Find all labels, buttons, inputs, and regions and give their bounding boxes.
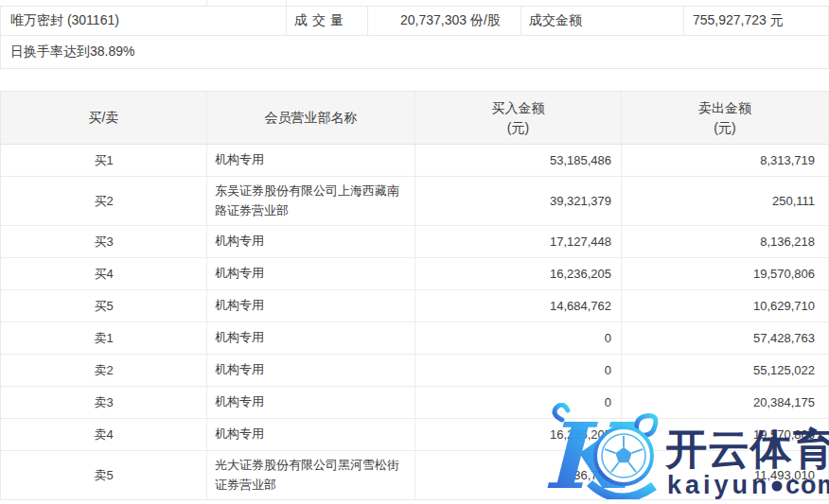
buy-amount-cell: 17,127,448: [415, 226, 622, 257]
table-row: 买4 机构专用 16,236,205 19,570,806: [1, 258, 828, 290]
stock-lhb-page: 唯万密封 (301161) 成交量 20,737,303 份/股 成交金额 75…: [0, 0, 829, 504]
side-cell: 买4: [1, 258, 207, 289]
table-row: 买1 机构专用 53,185,486 8,313,719: [1, 145, 828, 177]
branch-cell: 机构专用: [207, 145, 415, 176]
sell-amount-cell: 55,125,022: [622, 355, 828, 386]
side-cell: 卖1: [1, 322, 207, 354]
turnover-amount-value: 755,927,723 元: [684, 7, 828, 35]
header-sell-unit: (元): [714, 118, 735, 138]
buy-amount-cell: 53,185,486: [415, 145, 622, 176]
table-row: 买2 东吴证券股份有限公司上海西藏南路证券营业部 39,321,379 250,…: [1, 177, 828, 226]
table-row: 卖2 机构专用 0 55,125,022: [1, 355, 828, 387]
buy-amount-cell: 16,236,205: [415, 419, 622, 450]
table-row: 卖3 机构专用 0 20,384,175: [1, 387, 828, 419]
sell-amount-cell: 19,570,806: [622, 258, 828, 289]
buy-amount-cell: 0: [415, 322, 622, 354]
branch-cell: 机构专用: [207, 258, 415, 289]
buy-amount-cell: 14,684,762: [415, 290, 622, 322]
table-row: 卖1 机构专用 0 57,428,763: [1, 322, 828, 355]
header-buy-unit: (元): [507, 118, 529, 138]
header-branch: 会员营业部名称: [207, 92, 415, 144]
header-sell: 卖出金额 (元): [622, 92, 828, 144]
header-sell-label: 卖出金额: [698, 98, 751, 118]
branch-cell: 机构专用: [207, 355, 415, 386]
side-cell: 卖4: [1, 419, 207, 450]
buy-amount-cell: 0: [415, 387, 622, 418]
buy-amount-cell: 0: [415, 355, 622, 386]
branch-cell: 机构专用: [207, 226, 415, 257]
summary-row: 唯万密封 (301161) 成交量 20,737,303 份/股 成交金额 75…: [1, 7, 828, 36]
side-cell: 卖5: [1, 451, 207, 499]
turnover-amount-label: 成交金额: [521, 7, 684, 35]
table-row: 卖4 机构专用 16,236,205 19,570,806: [1, 419, 828, 451]
sell-amount-cell: 10,629,710: [622, 290, 828, 322]
turnover-note: 日换手率达到38.89%: [1, 36, 828, 68]
buy-amount-cell: 36,750: [415, 451, 622, 499]
table-row: 买5 机构专用 14,684,762 10,629,710: [1, 290, 828, 322]
side-cell: 卖2: [1, 355, 207, 386]
lhb-table: 买/卖 会员营业部名称 买入金额 (元) 卖出金额 (元) 买1 机构专用 53…: [0, 91, 829, 500]
branch-cell: 机构专用: [207, 322, 415, 354]
branch-cell: 机构专用: [207, 290, 415, 322]
branch-cell: 机构专用: [207, 387, 415, 418]
sell-amount-cell: 57,428,763: [622, 322, 828, 354]
sell-amount-cell: 11,493,010: [622, 451, 828, 499]
sell-amount-cell: 19,570,806: [622, 419, 828, 450]
header-buy: 买入金额 (元): [415, 92, 622, 144]
sell-amount-cell: 8,313,719: [622, 145, 828, 176]
table-row: 卖5 光大证券股份有限公司黑河雪松街证券营业部 36,750 11,493,01…: [1, 451, 828, 499]
stock-title: 唯万密封 (301161): [1, 7, 287, 35]
side-cell: 买1: [1, 145, 207, 176]
volume-value: 20,737,303 份/股: [368, 7, 521, 35]
branch-cell: 光大证券股份有限公司黑河雪松街证券营业部: [207, 451, 415, 499]
table-header-row: 买/卖 会员营业部名称 买入金额 (元) 卖出金额 (元): [1, 92, 828, 145]
header-side: 买/卖: [1, 92, 207, 144]
side-cell: 买2: [1, 177, 207, 225]
buy-amount-cell: 16,236,205: [415, 258, 622, 289]
sell-amount-cell: 8,136,218: [622, 226, 828, 257]
volume-label: 成交量: [287, 7, 368, 35]
side-cell: 买3: [1, 226, 207, 257]
header-buy-label: 买入金额: [492, 98, 545, 118]
side-cell: 卖3: [1, 387, 207, 418]
side-cell: 买5: [1, 290, 207, 322]
sell-amount-cell: 20,384,175: [622, 387, 828, 418]
buy-amount-cell: 39,321,379: [415, 177, 622, 225]
summary-bar: 唯万密封 (301161) 成交量 20,737,303 份/股 成交金额 75…: [0, 6, 829, 69]
sell-amount-cell: 250,111: [622, 177, 828, 225]
branch-cell: 机构专用: [207, 419, 415, 450]
branch-cell: 东吴证券股份有限公司上海西藏南路证券营业部: [207, 177, 415, 225]
table-row: 买3 机构专用 17,127,448 8,136,218: [1, 226, 828, 258]
